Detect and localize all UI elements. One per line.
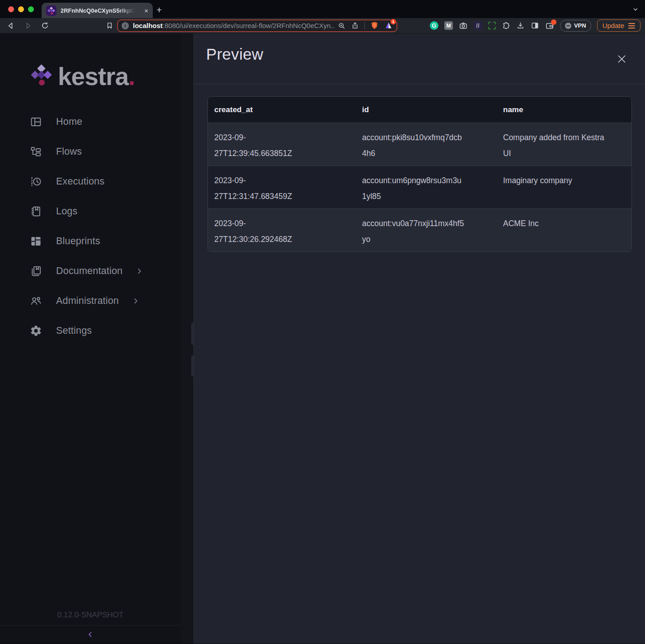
- browser-tab[interactable]: 2RFnhNcQ0eCXynS5rlkpl2 | Ke ×: [42, 3, 153, 18]
- cell-created-at: 2023-09- 27T12:30:26.292468Z: [208, 209, 356, 252]
- brave-shield-icon[interactable]: [370, 21, 379, 30]
- window-close-button[interactable]: [8, 6, 14, 12]
- documentation-book-icon: [29, 264, 42, 278]
- panel-divider: [194, 84, 645, 84]
- sidebar-item-settings[interactable]: Settings: [0, 316, 181, 346]
- wallet-icon[interactable]: [545, 21, 554, 30]
- cell-name: ACME Inc: [497, 209, 632, 252]
- gmail-icon[interactable]: M: [444, 21, 453, 30]
- download-icon[interactable]: [516, 21, 525, 30]
- logs-notebook-icon: [29, 204, 42, 218]
- update-label: Update: [603, 22, 624, 29]
- wallet-notification-dot: [551, 19, 556, 25]
- chevron-right-icon: [135, 267, 144, 275]
- chevron-left-icon: [86, 630, 94, 639]
- cell-created-at: 2023-09- 27T12:39:45.663851Z: [208, 123, 356, 166]
- sidebar-item-documentation[interactable]: Documentation: [0, 256, 181, 286]
- executions-clock-icon: [29, 175, 42, 188]
- settings-gear-icon: [29, 324, 42, 337]
- sidebar-item-home[interactable]: Home: [0, 107, 181, 137]
- column-header-created-at: created_at: [208, 97, 356, 123]
- cell-name: Company added from Kestra UI: [497, 123, 632, 166]
- waves-icon[interactable]: [474, 21, 482, 30]
- preview-table: created_at id name 2023-09- 27T12:39:45.…: [207, 96, 632, 252]
- kestra-logo-icon: [27, 60, 55, 93]
- reload-icon[interactable]: [41, 21, 49, 30]
- rewards-badge: 1: [390, 19, 396, 25]
- window-minimize-button[interactable]: [18, 6, 24, 12]
- brave-rewards-icon[interactable]: 1: [384, 21, 393, 30]
- sidebar-item-label: Executions: [56, 176, 104, 187]
- sidebar-item-administration[interactable]: Administration: [0, 286, 181, 316]
- table-header-row: created_at id name: [208, 97, 632, 123]
- kestra-sidebar: kestra. Home Flows: [0, 33, 181, 644]
- sidebar-item-label: Logs: [56, 206, 77, 217]
- toolbar-separator: [364, 22, 365, 29]
- sidebar-item-label: Administration: [56, 295, 119, 307]
- sidebar-item-logs[interactable]: Logs: [0, 196, 181, 226]
- address-bar[interactable]: i localhost:8080/ui/executions/dev/surre…: [117, 19, 397, 32]
- forward-icon[interactable]: [24, 21, 33, 30]
- url-text: localhost:8080/ui/executions/dev/surreal…: [133, 22, 335, 29]
- preview-title: Preview: [206, 45, 264, 63]
- page-background-strip: [181, 33, 193, 644]
- back-icon[interactable]: [6, 21, 15, 30]
- vpn-label: VPN: [574, 22, 586, 29]
- sidebar-item-flows[interactable]: Flows: [0, 137, 181, 166]
- cell-id: account:vu0a77nxji11mx4hf5 yo: [356, 209, 497, 252]
- camera-icon[interactable]: [459, 21, 468, 30]
- vpn-status-icon: [565, 23, 571, 29]
- tab-title: 2RFnhNcQ0eCXynS5rlkpl2 | Ke: [61, 7, 137, 14]
- url-host: localhost: [133, 22, 163, 29]
- sidebar-collapse-button[interactable]: [0, 625, 181, 644]
- cell-name: Imaginary company: [497, 166, 632, 209]
- share-icon[interactable]: [351, 22, 359, 29]
- sidebar-item-label: Documentation: [56, 265, 122, 277]
- zoom-icon[interactable]: [338, 22, 346, 30]
- blueprints-grid-icon: [29, 234, 42, 248]
- sidebar-item-label: Blueprints: [56, 236, 100, 247]
- chevron-right-icon: [132, 297, 140, 305]
- sidebar-item-blueprints[interactable]: Blueprints: [0, 226, 181, 256]
- tab-strip: 2RFnhNcQ0eCXynS5rlkpl2 | Ke × +: [0, 0, 645, 18]
- bookmark-icon[interactable]: [106, 22, 113, 29]
- column-header-id: id: [356, 97, 497, 123]
- menu-icon: [628, 23, 635, 28]
- cell-created-at: 2023-09- 27T12:31:47.683459Z: [208, 166, 356, 209]
- grammarly-icon[interactable]: G: [430, 21, 438, 30]
- table-row[interactable]: 2023-09- 27T12:30:26.292468Z account:vu0…: [208, 209, 632, 252]
- tab-search-chevron-icon[interactable]: [632, 6, 639, 13]
- new-tab-button[interactable]: +: [156, 4, 162, 16]
- kestra-logo-text: kestra.: [58, 62, 135, 91]
- browser-window: 2RFnhNcQ0eCXynS5rlkpl2 | Ke × + i localh…: [0, 0, 645, 644]
- preview-panel: Preview created_at id name: [193, 33, 645, 644]
- window-zoom-button[interactable]: [28, 6, 34, 12]
- tab-close-icon[interactable]: ×: [144, 7, 148, 14]
- close-icon[interactable]: [615, 52, 628, 65]
- home-dashboard-icon: [29, 115, 42, 128]
- screenshot-icon[interactable]: [488, 22, 496, 29]
- sidebar-nav: Home Flows Executions: [0, 107, 181, 346]
- cell-id: account:um6pngw8rsu3m3u 1yl85: [356, 166, 497, 209]
- url-path: :8080/ui/executions/dev/surreal-flow/2RF…: [163, 22, 335, 29]
- extension-icon[interactable]: [502, 21, 510, 30]
- sidebar-item-label: Flows: [56, 146, 82, 157]
- version-label: 0.12.0-SNAPSHOT: [0, 611, 181, 625]
- table-row[interactable]: 2023-09- 27T12:39:45.663851Z account:pki…: [208, 123, 632, 166]
- sidebar-item-label: Home: [56, 116, 82, 128]
- sidebar-item-label: Settings: [56, 325, 92, 336]
- site-info-icon[interactable]: i: [122, 22, 129, 29]
- split-view-icon[interactable]: [531, 21, 539, 30]
- kestra-logo[interactable]: kestra.: [27, 60, 181, 93]
- table-row[interactable]: 2023-09- 27T12:31:47.683459Z account:um6…: [208, 166, 632, 209]
- kestra-favicon-icon: [46, 5, 56, 16]
- flows-tree-icon: [29, 145, 42, 158]
- sidebar-item-executions[interactable]: Executions: [0, 166, 181, 196]
- cell-id: account:pki8su10vxfmq7dcb 4h6: [356, 123, 497, 166]
- browser-toolbar: i localhost:8080/ui/executions/dev/surre…: [0, 18, 645, 33]
- vpn-button[interactable]: VPN: [560, 20, 591, 32]
- column-header-name: name: [497, 97, 632, 123]
- update-button[interactable]: Update: [597, 19, 640, 32]
- administration-users-icon: [29, 294, 42, 308]
